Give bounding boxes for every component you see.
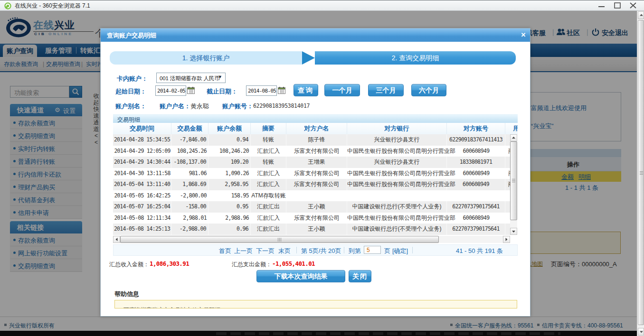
pager-separator bbox=[412, 247, 413, 253]
table-header-row: 交易时间 交易金额 账户余额 摘要 对方户名 对方银行 对方账号 用途 bbox=[113, 123, 518, 134]
cell-time: 2014-04-29 12:05:09 bbox=[113, 146, 171, 157]
scroll-grip-icon bbox=[640, 174, 643, 175]
prev-page-link[interactable]: 上一页 bbox=[234, 247, 253, 255]
next-page-link[interactable]: 下一页 bbox=[256, 247, 275, 255]
cell-bank: 中国民生银行股份有限公司昆明分行营业部 bbox=[347, 213, 447, 224]
pager-separator bbox=[296, 247, 297, 253]
minimize-button[interactable] bbox=[595, 0, 609, 10]
table-row[interactable]: 2014-04-29 14:30:44 -108,137.00 109.20 转… bbox=[113, 157, 510, 168]
horizontal-scroll-thumb[interactable] bbox=[120, 236, 439, 243]
browser-scroll-thumb[interactable] bbox=[638, 20, 644, 325]
expense-label: 汇总支出金额： bbox=[232, 261, 272, 269]
cell-time: 2014-04-28 15:34:55 bbox=[113, 134, 171, 146]
cell-bank: 中国民生银行股份有限公司昆明分行营业部 bbox=[347, 179, 447, 190]
start-date-input[interactable] bbox=[155, 85, 186, 96]
dialog-close-icon[interactable]: ✕ bbox=[519, 31, 528, 39]
cell-balance: 0.96 bbox=[208, 224, 251, 235]
cell-bank: 中国建设银行总行(不受理个人业务) bbox=[347, 224, 447, 235]
cell-summary: 汇款汇入 bbox=[251, 168, 286, 179]
chevron-down-icon: ▼ bbox=[218, 75, 222, 79]
cell-balance: 109.20 bbox=[208, 157, 251, 168]
calendar-icon[interactable] bbox=[187, 87, 195, 94]
last-page-link[interactable]: 末页 bbox=[278, 247, 291, 255]
scroll-grip-icon bbox=[278, 238, 278, 242]
cell-summary: 汇款汇入 bbox=[251, 146, 286, 157]
download-results-button[interactable]: 下载本次查询结果 bbox=[256, 270, 345, 282]
one-month-button[interactable]: 一个月 bbox=[324, 84, 360, 96]
cell-counterparty bbox=[286, 190, 347, 202]
col-header-purpose: 用途 bbox=[505, 123, 518, 134]
vertical-scroll-thumb[interactable] bbox=[510, 141, 517, 220]
cell-time: 2014-05-08 14:25:13 bbox=[113, 224, 171, 235]
table-vertical-scrollbar[interactable] bbox=[510, 134, 517, 235]
cell-amount: 108,245.26 bbox=[171, 146, 208, 157]
table-row[interactable]: 2014-04-29 12:05:09 108,245.26 108,246.2… bbox=[113, 146, 510, 157]
browser-titlebar: 在线兴业 - 360安全浏览器 7.1 bbox=[0, 0, 644, 11]
cell-time: 2014-04-29 14:30:44 bbox=[113, 157, 171, 168]
scroll-grip-icon bbox=[640, 171, 643, 172]
table-horizontal-scrollbar[interactable] bbox=[113, 236, 510, 243]
cell-counterparty: 王小颖 bbox=[286, 224, 347, 235]
close-window-button[interactable] bbox=[626, 0, 640, 10]
cell-amount: 1,868.69 bbox=[171, 179, 208, 190]
scroll-up-icon[interactable] bbox=[638, 11, 644, 19]
calendar-icon[interactable] bbox=[278, 87, 285, 94]
col-header-amount: 交易金额 bbox=[171, 123, 208, 134]
cell-purpose bbox=[505, 213, 510, 224]
cell-bank: 中国建设银行总行(不受理个人业务) bbox=[347, 201, 447, 213]
cell-amount: 2,988.01 bbox=[171, 213, 208, 224]
help-text: 可查询指定账户六个月以内的交易明细 bbox=[123, 306, 220, 308]
six-months-button[interactable]: 六个月 bbox=[411, 84, 446, 96]
table-row[interactable]: 2014-05-04 13:11:40 1,868.69 2,958.95 汇款… bbox=[113, 179, 510, 190]
cell-purpose bbox=[505, 201, 510, 213]
table-row[interactable]: 2014-05-08 14:25:13 -2,988.00 0.96 汇款汇出 … bbox=[113, 224, 510, 235]
account-number-label: 账户账号： bbox=[222, 102, 253, 111]
table-row[interactable]: 2014-04-28 15:34:55 -7,846.00 0.94 转账 陈子… bbox=[113, 134, 510, 146]
query-button[interactable]: 查询 bbox=[294, 84, 318, 96]
col-header-counterparty: 对方户名 bbox=[286, 123, 347, 134]
scroll-down-icon[interactable] bbox=[510, 228, 517, 235]
cell-amount: -108,137.00 bbox=[171, 157, 208, 168]
table-row[interactable]: 2014-05-07 16:25:04 -158.00 0.95 汇款汇出 王小… bbox=[113, 201, 510, 213]
goto-page-input[interactable] bbox=[364, 246, 381, 254]
scroll-right-icon[interactable] bbox=[503, 236, 510, 243]
account-select[interactable]: 001 活期储蓄存款 人民币 ▼ bbox=[156, 73, 226, 83]
cell-bank: 兴业银行沙县支行 bbox=[347, 134, 447, 146]
maximize-button[interactable] bbox=[610, 0, 625, 10]
cell-account: 18338081971 bbox=[447, 157, 505, 168]
scroll-down-icon[interactable] bbox=[638, 328, 644, 336]
cell-counterparty: 乐富支付有限公司 bbox=[286, 179, 347, 190]
page-info: 第 5页/共 20页 bbox=[301, 247, 341, 255]
scroll-left-icon[interactable] bbox=[113, 236, 120, 243]
cell-account: 600608949 bbox=[447, 146, 505, 157]
cell-account bbox=[447, 190, 505, 202]
goto-suffix: 页 bbox=[384, 247, 390, 255]
browser-360-icon bbox=[4, 2, 11, 9]
cell-time: 2014-04-30 13:11:58 bbox=[113, 168, 171, 179]
help-box: 可查询指定账户六个月以内的交易明细 bbox=[114, 300, 517, 308]
scroll-up-icon[interactable] bbox=[510, 134, 517, 141]
cell-summary: 转账 bbox=[251, 157, 286, 168]
cell-bank: 中国民生银行股份有限公司昆明分行营业部 bbox=[347, 168, 447, 179]
expense-value: -1,055,401.01 bbox=[272, 260, 315, 267]
cell-counterparty: 王增果 bbox=[286, 157, 347, 168]
pager-separator bbox=[344, 247, 344, 253]
cell-counterparty: 乐富支付有限公司 bbox=[286, 168, 347, 179]
table-row[interactable]: 2014-04-30 13:11:58 981.06 1,090.26 汇款汇入… bbox=[113, 168, 510, 179]
browser-scrollbar[interactable] bbox=[637, 11, 644, 336]
end-date-input[interactable] bbox=[246, 85, 277, 96]
cell-amount: -2,988.00 bbox=[171, 224, 208, 235]
goto-confirm-link[interactable]: [确定] bbox=[392, 247, 408, 255]
step-arrow-icon bbox=[302, 51, 315, 65]
table-row[interactable]: 2014-05-05 16:42:25 -2,800.00 158.95 ATM… bbox=[113, 190, 510, 202]
scroll-grip-icon bbox=[640, 173, 643, 173]
three-months-button[interactable]: 三个月 bbox=[368, 84, 404, 96]
table-row[interactable]: 2014-05-08 12:11:34 2,988.01 2,988.96 汇款… bbox=[113, 213, 510, 224]
cell-purpose bbox=[505, 190, 510, 202]
step-2-tab: 2. 查询交易明细 bbox=[315, 51, 516, 65]
cell-summary: 汇款汇入 bbox=[251, 213, 286, 224]
scroll-grip-icon bbox=[279, 238, 280, 242]
first-page-link[interactable]: 首页 bbox=[219, 247, 231, 255]
col-header-balance: 账户余额 bbox=[208, 123, 251, 134]
close-dialog-button[interactable]: 关闭 bbox=[349, 270, 371, 282]
